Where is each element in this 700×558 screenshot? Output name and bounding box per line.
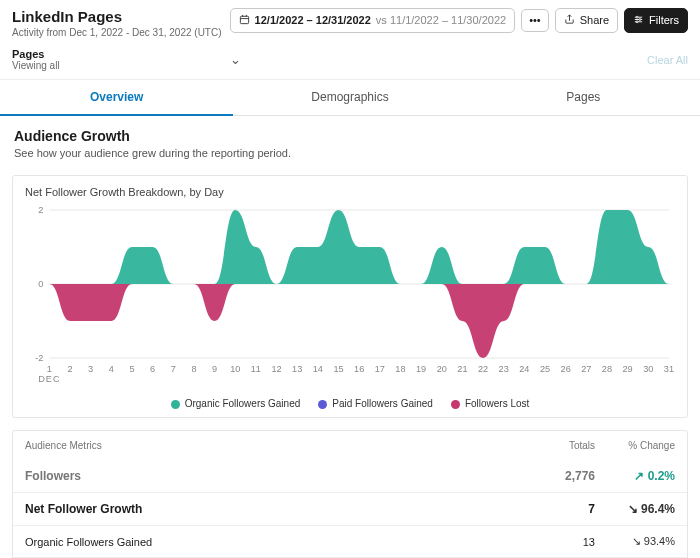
share-icon: [564, 14, 575, 27]
filters-icon: [633, 14, 644, 27]
page-header: LinkedIn Pages Activity from Dec 1, 2022…: [0, 0, 700, 42]
svg-text:25: 25: [540, 364, 550, 374]
svg-text:31: 31: [664, 364, 674, 374]
svg-text:21: 21: [457, 364, 467, 374]
chart-card: Net Follower Growth Breakdown, by Day -2…: [12, 175, 688, 418]
svg-text:20: 20: [437, 364, 447, 374]
svg-text:13: 13: [292, 364, 302, 374]
svg-text:12: 12: [271, 364, 281, 374]
area-chart: -202123456789101112131415161718192021222…: [25, 202, 675, 392]
metric-total: 13: [515, 536, 595, 548]
metric-label: Followers: [25, 469, 515, 483]
tabs: Overview Demographics Pages: [0, 79, 700, 116]
more-button[interactable]: •••: [521, 9, 549, 32]
svg-text:28: 28: [602, 364, 612, 374]
metric-label: Net Follower Growth: [25, 502, 515, 516]
page-subtitle: Activity from Dec 1, 2022 - Dec 31, 2022…: [12, 27, 222, 38]
svg-text:6: 6: [150, 364, 155, 374]
legend-item-lost: Followers Lost: [451, 398, 529, 409]
svg-text:24: 24: [519, 364, 529, 374]
metric-label: Organic Followers Gained: [25, 536, 515, 548]
metric-change: ↗ 0.2%: [595, 469, 675, 483]
legend-item-paid: Paid Followers Gained: [318, 398, 433, 409]
svg-text:8: 8: [191, 364, 196, 374]
table-row: Net Follower Growth7↘ 96.4%: [13, 492, 687, 525]
svg-text:0: 0: [38, 279, 43, 289]
svg-text:16: 16: [354, 364, 364, 374]
svg-text:19: 19: [416, 364, 426, 374]
svg-rect-0: [240, 16, 248, 23]
metric-total: 2,776: [515, 469, 595, 483]
chevron-down-icon: ⌄: [230, 52, 241, 67]
svg-text:22: 22: [478, 364, 488, 374]
chart-title: Net Follower Growth Breakdown, by Day: [25, 186, 675, 198]
col-totals: Totals: [515, 440, 595, 451]
svg-text:11: 11: [251, 364, 261, 374]
pages-selector-title: Pages: [12, 48, 60, 60]
table-header-row: Audience Metrics Totals % Change: [13, 431, 687, 460]
date-range-compare: vs 11/1/2022 – 11/30/2022: [376, 15, 506, 26]
svg-text:3: 3: [88, 364, 93, 374]
page-title: LinkedIn Pages: [12, 8, 222, 25]
table-row: Organic Followers Gained13↘ 93.4%: [13, 525, 687, 557]
pages-selector-subtitle: Viewing all: [12, 60, 60, 71]
metric-total: 7: [515, 502, 595, 516]
svg-text:17: 17: [375, 364, 385, 374]
col-metric: Audience Metrics: [25, 440, 515, 451]
filters-button[interactable]: Filters: [624, 8, 688, 33]
svg-text:2: 2: [38, 205, 43, 215]
metrics-table: Audience Metrics Totals % Change Followe…: [12, 430, 688, 558]
svg-text:4: 4: [109, 364, 114, 374]
svg-text:1: 1: [47, 364, 52, 374]
svg-text:14: 14: [313, 364, 323, 374]
tab-overview[interactable]: Overview: [0, 80, 233, 116]
svg-point-9: [639, 19, 641, 21]
legend-item-organic: Organic Followers Gained: [171, 398, 301, 409]
svg-text:9: 9: [212, 364, 217, 374]
svg-text:30: 30: [643, 364, 653, 374]
svg-text:7: 7: [171, 364, 176, 374]
section-title: Audience Growth: [14, 128, 686, 144]
clear-all-link[interactable]: Clear All: [647, 54, 688, 66]
svg-text:5: 5: [129, 364, 134, 374]
date-range-button[interactable]: 12/1/2022 – 12/31/2022 vs 11/1/2022 – 11…: [230, 8, 516, 33]
metric-change: ↘ 96.4%: [595, 502, 675, 516]
share-label: Share: [580, 15, 609, 26]
pages-selector[interactable]: Pages Viewing all ⌄: [12, 48, 241, 71]
svg-text:23: 23: [499, 364, 509, 374]
metric-change: ↘ 93.4%: [595, 535, 675, 548]
table-row: Followers2,776↗ 0.2%: [13, 460, 687, 492]
svg-text:26: 26: [561, 364, 571, 374]
tab-pages[interactable]: Pages: [467, 80, 700, 115]
svg-text:2: 2: [67, 364, 72, 374]
svg-text:27: 27: [581, 364, 591, 374]
svg-text:15: 15: [333, 364, 343, 374]
calendar-icon: [239, 14, 250, 27]
col-change: % Change: [595, 440, 675, 451]
svg-point-10: [636, 21, 638, 23]
svg-text:10: 10: [230, 364, 240, 374]
tab-demographics[interactable]: Demographics: [233, 80, 466, 115]
date-range-main: 12/1/2022 – 12/31/2022: [255, 15, 371, 26]
ellipsis-icon: •••: [529, 15, 541, 26]
svg-text:-2: -2: [35, 353, 43, 363]
section-desc: See how your audience grew during the re…: [14, 147, 686, 159]
filters-label: Filters: [649, 15, 679, 26]
svg-point-8: [636, 16, 638, 18]
svg-text:29: 29: [623, 364, 633, 374]
share-button[interactable]: Share: [555, 8, 618, 33]
svg-text:18: 18: [395, 364, 405, 374]
chart-legend: Organic Followers Gained Paid Followers …: [25, 398, 675, 409]
svg-text:DEC: DEC: [38, 374, 60, 384]
